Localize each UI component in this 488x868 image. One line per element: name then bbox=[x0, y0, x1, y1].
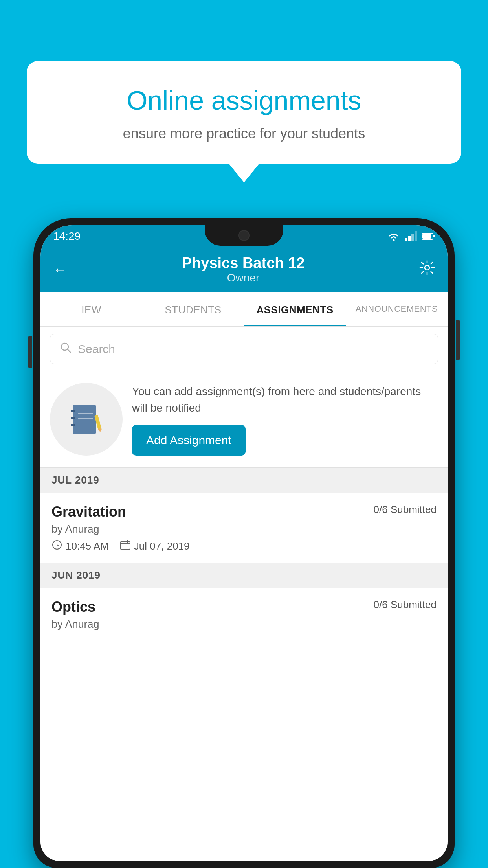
phone-screen: 14:29 bbox=[40, 225, 448, 861]
search-icon bbox=[60, 341, 72, 357]
signal-icon bbox=[405, 231, 417, 241]
search-bar[interactable]: Search bbox=[50, 334, 438, 364]
phone-inner: 14:29 bbox=[40, 225, 448, 861]
side-button-right bbox=[456, 320, 460, 360]
header-title-section: Physics Batch 12 Owner bbox=[182, 255, 305, 284]
tab-students[interactable]: STUDENTS bbox=[142, 292, 244, 326]
wifi-icon bbox=[387, 231, 400, 241]
svg-rect-11 bbox=[73, 405, 96, 434]
svg-line-22 bbox=[57, 545, 59, 546]
date-value: Jul 07, 2019 bbox=[134, 540, 190, 552]
clock-icon bbox=[51, 539, 62, 553]
tab-assignments[interactable]: ASSIGNMENTS bbox=[244, 292, 346, 326]
assignment-optics-submitted: 0/6 Submitted bbox=[374, 599, 437, 611]
promo-icon-circle bbox=[50, 383, 123, 456]
assignment-item-optics-header: Optics 0/6 Submitted bbox=[51, 599, 437, 615]
assignment-promo: You can add assignment(s) from here and … bbox=[40, 371, 448, 468]
calendar-icon bbox=[120, 539, 131, 553]
assignment-date: Jul 07, 2019 bbox=[120, 539, 190, 553]
assignment-name: Gravitation bbox=[51, 504, 126, 520]
back-button[interactable]: ← bbox=[53, 261, 67, 278]
battery-icon bbox=[422, 232, 435, 240]
header-subtitle: Owner bbox=[182, 272, 305, 284]
promo-content: You can add assignment(s) from here and … bbox=[132, 383, 438, 456]
phone-device: 14:29 bbox=[33, 218, 455, 868]
svg-rect-6 bbox=[422, 234, 431, 239]
status-time: 14:29 bbox=[53, 230, 81, 243]
assignment-optics-name: Optics bbox=[51, 599, 95, 615]
tab-announcements[interactable]: ANNOUNCEMENTS bbox=[346, 292, 448, 326]
side-button-left bbox=[28, 336, 32, 368]
add-assignment-button[interactable]: Add Assignment bbox=[132, 425, 246, 456]
section-jul-2019: JUL 2019 bbox=[40, 468, 448, 493]
status-icons bbox=[387, 231, 435, 241]
settings-icon[interactable] bbox=[419, 260, 435, 279]
speech-bubble-subtitle: ensure more practice for your students bbox=[50, 125, 438, 142]
svg-rect-23 bbox=[121, 541, 130, 550]
svg-rect-3 bbox=[411, 234, 414, 241]
tabs-bar: IEW STUDENTS ASSIGNMENTS ANNOUNCEMENTS bbox=[40, 292, 448, 327]
speech-bubble-title: Online assignments bbox=[50, 85, 438, 117]
assignment-optics-by: by Anurag bbox=[51, 618, 437, 631]
speech-bubble: Online assignments ensure more practice … bbox=[27, 61, 461, 164]
notebook-icon bbox=[69, 402, 104, 437]
svg-rect-13 bbox=[71, 417, 75, 419]
assignment-time: 10:45 AM bbox=[51, 539, 109, 553]
assignment-item-optics[interactable]: Optics 0/6 Submitted by Anurag bbox=[40, 588, 448, 644]
phone-notch bbox=[205, 225, 283, 246]
svg-rect-1 bbox=[405, 238, 407, 241]
svg-point-0 bbox=[393, 239, 395, 241]
promo-text: You can add assignment(s) from here and … bbox=[132, 383, 438, 416]
svg-rect-4 bbox=[415, 231, 417, 241]
speech-bubble-container: Online assignments ensure more practice … bbox=[27, 61, 461, 164]
search-placeholder: Search bbox=[78, 342, 115, 356]
assignment-submitted: 0/6 Submitted bbox=[374, 504, 437, 516]
search-bar-container: Search bbox=[40, 327, 448, 371]
svg-point-8 bbox=[425, 265, 429, 270]
tab-iew[interactable]: IEW bbox=[40, 292, 142, 326]
svg-rect-14 bbox=[71, 424, 75, 426]
svg-line-10 bbox=[68, 349, 71, 353]
svg-rect-2 bbox=[408, 236, 411, 241]
assignment-item-gravitation[interactable]: Gravitation 0/6 Submitted by Anurag bbox=[40, 493, 448, 563]
section-jun-2019: JUN 2019 bbox=[40, 563, 448, 588]
assignment-by: by Anurag bbox=[51, 523, 437, 535]
svg-rect-7 bbox=[433, 235, 435, 237]
time-value: 10:45 AM bbox=[66, 540, 109, 552]
header-title: Physics Batch 12 bbox=[182, 255, 305, 272]
app-header: ← Physics Batch 12 Owner bbox=[40, 247, 448, 292]
assignment-item-header: Gravitation 0/6 Submitted bbox=[51, 504, 437, 520]
assignment-meta: 10:45 AM Jul 07, 2019 bbox=[51, 539, 437, 553]
camera-icon bbox=[238, 230, 250, 241]
svg-rect-12 bbox=[71, 410, 75, 412]
